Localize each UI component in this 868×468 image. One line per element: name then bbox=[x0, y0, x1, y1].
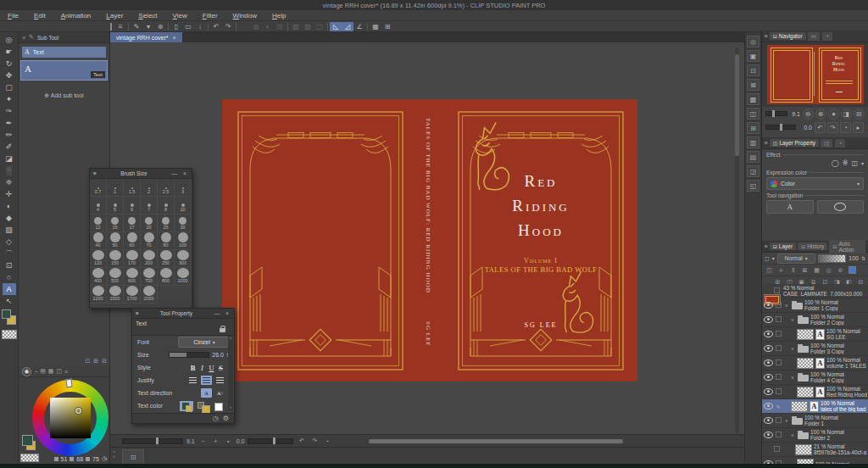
selection-tool-icon[interactable]: ▢ bbox=[3, 81, 16, 93]
brush-size-1500[interactable]: 1500 bbox=[107, 286, 124, 304]
text-tool-nav-button[interactable]: A bbox=[766, 200, 814, 214]
close-tab-icon[interactable]: × bbox=[172, 35, 175, 41]
layer-row[interactable]: 21 % Normal8f597b3e-151a-40cf-a13 bbox=[762, 443, 868, 457]
clear-icon[interactable]: ▢ bbox=[314, 22, 326, 31]
layer-row[interactable]: ✎A100 % Normaltales of the big bad wolf … bbox=[762, 399, 868, 414]
layer-lock-icon-4[interactable]: ▦ bbox=[812, 267, 821, 274]
reset-rotation-icon[interactable]: ◔ bbox=[840, 122, 851, 133]
transparent-color-swatch[interactable] bbox=[2, 330, 17, 339]
justify-right-button[interactable] bbox=[214, 376, 225, 385]
visibility-eye-icon[interactable] bbox=[764, 359, 773, 366]
material-panel-icon-9[interactable]: ◲ bbox=[747, 165, 760, 177]
deselect-icon[interactable]: ◌ bbox=[238, 22, 250, 31]
visibility-eye-icon[interactable] bbox=[764, 403, 773, 410]
brush-tool-icon[interactable]: ✐ bbox=[3, 141, 16, 153]
hue-knob[interactable] bbox=[65, 379, 72, 388]
minimize-icon[interactable]: — bbox=[171, 170, 178, 176]
color-tab-icon-2[interactable]: ▤ bbox=[40, 368, 46, 375]
main-text-color-swatch[interactable] bbox=[180, 401, 193, 411]
auto-select-icon[interactable]: ✦ bbox=[3, 93, 16, 105]
brush-size-50[interactable]: 50 bbox=[107, 232, 124, 250]
palette-icon[interactable]: ◻ bbox=[765, 255, 770, 262]
brush-size-2.5[interactable]: 2.5 bbox=[158, 179, 175, 197]
checkbox-cell[interactable] bbox=[773, 446, 780, 453]
zoom-out-icon[interactable]: ⊖ bbox=[803, 109, 814, 120]
checkbox-cell[interactable] bbox=[773, 287, 780, 294]
new-file-icon[interactable]: ▯ bbox=[170, 22, 182, 31]
menu-layer[interactable]: Layer bbox=[98, 12, 131, 20]
quick-access-icon[interactable]: ◎ bbox=[747, 36, 760, 47]
style-s-button[interactable]: S bbox=[216, 363, 225, 373]
sub-tool-tile-text[interactable]: A Text bbox=[20, 60, 108, 81]
tab-history[interactable]: ⊡History bbox=[798, 242, 827, 250]
layer-row[interactable]: ∨100 % NormalFolder 2 Copy bbox=[762, 313, 868, 327]
zoom-in-icon[interactable]: ⊕ bbox=[815, 109, 826, 120]
zoom-slider[interactable] bbox=[122, 438, 183, 444]
border-selection-icon[interactable]: ⊡ bbox=[274, 22, 286, 31]
tone-effect-icon[interactable]: ※ bbox=[843, 159, 849, 167]
layer-lock-icon-1[interactable]: ∔ bbox=[776, 267, 786, 274]
menu-file[interactable]: File bbox=[0, 12, 26, 20]
brush-size-10[interactable]: 10 bbox=[175, 197, 192, 214]
brush-size-8[interactable]: 8 bbox=[158, 197, 175, 214]
sv-cursor[interactable] bbox=[75, 408, 81, 414]
brush-size-60[interactable]: 60 bbox=[124, 232, 141, 250]
zoom-out-icon[interactable]: − bbox=[198, 438, 208, 444]
brush-size-0.7[interactable]: 0.7 bbox=[90, 179, 107, 197]
material-button[interactable]: ⊡ bbox=[122, 449, 144, 465]
menu-view[interactable]: View bbox=[165, 12, 195, 20]
tab-auto-action[interactable]: ⊡Auto Action bbox=[829, 240, 865, 254]
airbrush-tool-icon[interactable]: ░ bbox=[3, 164, 16, 176]
brush-size-7[interactable]: 7 bbox=[141, 197, 158, 214]
panel-menu-icon[interactable]: ≡ bbox=[136, 310, 139, 316]
folder-expand-icon[interactable]: ∨ bbox=[791, 432, 796, 437]
eraser-tool-icon[interactable]: ◪ bbox=[3, 153, 16, 164]
tool-property-scrollbar[interactable]: ˄˅ bbox=[228, 336, 233, 410]
rotate-left-icon[interactable]: ↶ bbox=[815, 122, 826, 133]
brush-size-3[interactable]: 3 bbox=[175, 179, 192, 197]
justify-left-button[interactable] bbox=[187, 376, 198, 385]
layer-row[interactable]: A100 % NormalSG LEE bbox=[762, 327, 868, 342]
fit-icon[interactable]: ▪ bbox=[224, 438, 233, 444]
scale-up-icon[interactable]: ▧ bbox=[290, 22, 302, 31]
saturation-value-square[interactable] bbox=[50, 398, 91, 438]
brush-size-70[interactable]: 70 bbox=[141, 232, 158, 250]
visibility-eye-icon[interactable] bbox=[764, 417, 773, 424]
panel-menu-icon[interactable]: ≡ bbox=[765, 33, 768, 39]
blend-tool-icon[interactable]: ◐ bbox=[3, 200, 16, 212]
close-icon[interactable]: × bbox=[224, 310, 231, 316]
fit-screen-icon[interactable]: ● bbox=[828, 109, 839, 120]
figure-tool-icon[interactable]: ◇ bbox=[3, 236, 16, 248]
settings-icon[interactable]: ⚙ bbox=[223, 415, 229, 422]
brush-size-500[interactable]: 500 bbox=[107, 268, 124, 286]
brush-size-15[interactable]: 15 bbox=[107, 214, 124, 232]
editing-pen-icon[interactable]: ✎ bbox=[775, 404, 782, 410]
frame-border-tool-icon[interactable]: ⊡ bbox=[3, 259, 16, 271]
color-history-icon[interactable]: ◷ bbox=[102, 455, 107, 462]
minimize-icon[interactable]: — bbox=[214, 310, 220, 316]
folder-expand-icon[interactable]: ∨ bbox=[791, 375, 796, 380]
save-file-icon[interactable]: ↓ bbox=[194, 22, 206, 31]
brush-size-800[interactable]: 800 bbox=[158, 268, 175, 286]
material-panel-icon-10[interactable]: ◱ bbox=[747, 180, 760, 192]
invert-selection-icon[interactable]: ◐ bbox=[262, 22, 274, 31]
material-panel-icon-6[interactable]: ⊞ bbox=[747, 122, 760, 134]
panel-menu-icon[interactable]: ≡ bbox=[22, 35, 25, 41]
decoration-tool-icon[interactable]: ❈ bbox=[3, 176, 16, 188]
folder-expand-icon[interactable]: ∨ bbox=[785, 303, 790, 308]
layer-row[interactable]: A100 % NormalRed Riding Hood bbox=[762, 385, 868, 399]
material-panel-icon-3[interactable]: ⊠ bbox=[747, 79, 760, 91]
menu-filter[interactable]: Filter bbox=[195, 12, 225, 20]
brush-size-17[interactable]: 17 bbox=[124, 214, 141, 232]
layer-lock-icon-6[interactable]: ⊘ bbox=[836, 267, 845, 274]
color-tab-icon-5[interactable]: ≡ bbox=[64, 369, 68, 375]
navigator-zoom-slider[interactable] bbox=[765, 111, 787, 116]
material-panel-icon-4[interactable]: ▩ bbox=[747, 93, 760, 105]
checkbox-cell[interactable] bbox=[775, 345, 782, 352]
visibility-eye-icon[interactable] bbox=[764, 432, 773, 438]
layer-color-effect-icon[interactable]: ◫ bbox=[851, 159, 858, 167]
object-tool-icon[interactable]: ↖ bbox=[3, 295, 16, 307]
checkbox-cell[interactable] bbox=[775, 388, 782, 395]
lock-icon[interactable] bbox=[220, 328, 225, 332]
layer-row[interactable]: ∨100 % NormalFolder 4 Copy bbox=[762, 370, 868, 385]
